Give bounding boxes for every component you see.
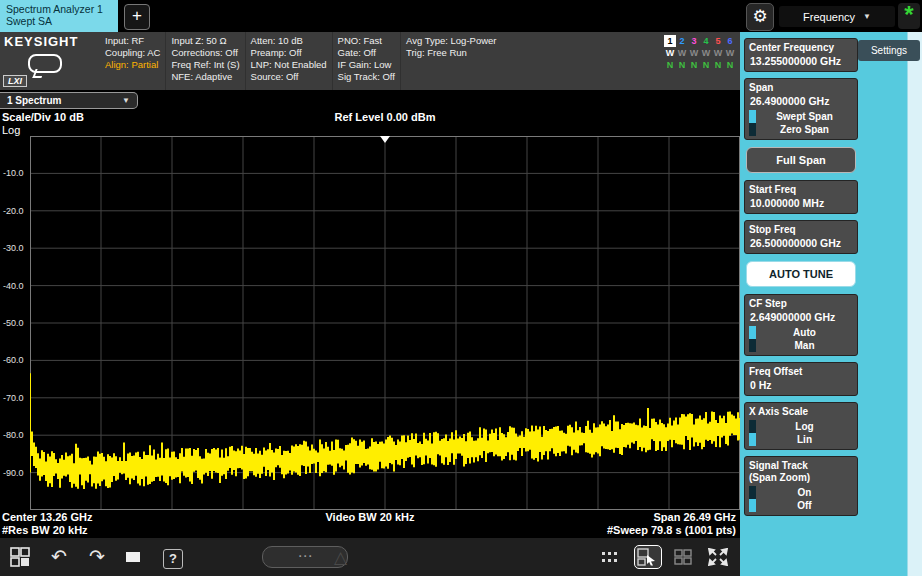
brand-block: KEYSIGHT LXI (0, 32, 100, 90)
menu-item-center-frequency-label: Center Frequency (749, 42, 853, 54)
y-axis-tick-label: -90.0 (3, 468, 24, 478)
trace-detector-indicator: N (676, 59, 688, 71)
y-axis-labels: -10.0-20.0-30.0-40.0-50.0-60.0-70.0-80.0… (0, 136, 29, 510)
measurement-status-bar: KEYSIGHT LXI Input: RFCoupling: ACAlign:… (0, 32, 740, 90)
status-text: Source: Off (251, 71, 327, 83)
menu-item-list: Center Frequency13.255000000 GHzSpan26.4… (744, 38, 858, 516)
system-asterisk-icon[interactable]: * (898, 3, 920, 29)
menu-item-freq-offset-label: Freq Offset (749, 366, 853, 378)
menu-item-cf-step-toggle-handle (749, 326, 756, 339)
add-tab-button[interactable]: + (124, 4, 150, 30)
help-icon[interactable]: ? (162, 546, 184, 569)
menu-item-signal-track-span-zoom[interactable]: Signal Track (Span Zoom)OnOff (744, 456, 858, 516)
trace-2-selector[interactable]: 2 (676, 35, 688, 47)
menu-item-span-option-swept-span[interactable]: Swept Span (756, 110, 853, 123)
status-text: Preamp: Off (251, 47, 327, 59)
menu-item-cf-step-toggle: AutoMan (749, 326, 853, 352)
trace-detector-indicator: N (724, 59, 736, 71)
windows-icon[interactable] (10, 547, 32, 567)
menu-item-center-frequency[interactable]: Center Frequency13.255000000 GHz (744, 38, 858, 72)
status-text: Corrections: Off (171, 47, 239, 59)
menu-item-center-frequency-value: 13.255000000 GHz (749, 54, 853, 68)
menu-item-signal-track-span-zoom-toggle-track[interactable] (749, 486, 756, 512)
trace-6-selector[interactable]: 6 (724, 35, 736, 47)
menu-item-start-freq[interactable]: Start Freq10.000000 MHz (744, 180, 858, 214)
screenshot-icon[interactable] (124, 549, 146, 565)
window-select-icon[interactable] (634, 545, 662, 569)
trace-3-selector[interactable]: 3 (688, 35, 700, 47)
status-text: Sig Track: Off (338, 71, 395, 83)
menu-item-cf-step-toggle-options: AutoMan (756, 326, 853, 352)
trace-selector-dropdown[interactable]: 1 Spectrum ▼ (0, 92, 138, 109)
menu-scrollbar[interactable] (907, 32, 922, 576)
menu-dropdown-label: Frequency (803, 11, 855, 23)
trace-type-indicator: W (664, 47, 676, 59)
fullscreen-icon[interactable] (708, 548, 730, 566)
menu-item-x-axis-scale-toggle-handle (749, 433, 756, 446)
menu-item-cf-step-value: 2.649000000 GHz (749, 310, 853, 324)
status-text: IF Gain: Low (338, 59, 395, 71)
tab-settings[interactable]: Settings (858, 40, 920, 61)
undo-icon[interactable]: ↶ (48, 546, 70, 568)
menu-item-signal-track-span-zoom-option-on[interactable]: On (756, 486, 853, 499)
menu-item-cf-step-label: CF Step (749, 298, 853, 310)
menu-item-signal-track-span-zoom-label: Signal Track (Span Zoom) (749, 460, 853, 484)
brand-logo: KEYSIGHT (0, 32, 100, 51)
redo-icon[interactable]: ↷ (86, 546, 108, 568)
auto-tune-button[interactable]: AUTO TUNE (746, 261, 856, 287)
menu-item-stop-freq-label: Stop Freq (749, 224, 853, 236)
trace-type-indicator: W (724, 47, 736, 59)
trace-1-selector[interactable]: 1 (664, 35, 676, 47)
app-tab-spectrum-analyzer[interactable]: Spectrum Analyzer 1 Swept SA (0, 0, 118, 32)
menu-dropdown[interactable]: Frequency ▼ (779, 6, 895, 27)
menu-item-cf-step-option-man[interactable]: Man (756, 339, 853, 352)
menu-item-cf-step[interactable]: CF Step2.649000000 GHzAutoMan (744, 294, 858, 356)
trace-4-selector[interactable]: 4 (700, 35, 712, 47)
marker-table-icon[interactable] (600, 549, 622, 565)
menu-item-freq-offset[interactable]: Freq Offset0 Hz (744, 362, 858, 396)
header-column-5: Avg Type: Log-PowerTrig: Free Run (400, 32, 501, 90)
y-axis-tick-label: -40.0 (3, 281, 24, 291)
trace-type-indicator: W (712, 47, 724, 59)
menu-item-cf-step-toggle-track[interactable] (749, 326, 756, 352)
menu-item-stop-freq[interactable]: Stop Freq26.500000000 GHz (744, 220, 858, 254)
trace-detector-indicator: N (712, 59, 724, 71)
status-columns: Input: RFCoupling: ACAlign: PartialInput… (100, 32, 740, 90)
menu-item-span-toggle-track[interactable] (749, 110, 756, 136)
layout-grid-icon[interactable] (674, 549, 696, 565)
y-axis-tick-label: -80.0 (3, 430, 24, 440)
log-scale-label: Log (2, 124, 20, 136)
trace-type-indicator: W (700, 47, 712, 59)
menu-item-start-freq-value: 10.000000 MHz (749, 196, 853, 210)
header-column-2: Input Z: 50 ΩCorrections: OffFreq Ref: I… (165, 32, 244, 90)
trace-detector-indicator: N (700, 59, 712, 71)
status-text: Gate: Off (338, 47, 395, 59)
span-annotation: Span 26.49 GHz (653, 511, 736, 523)
status-text: Coupling: AC (105, 47, 160, 59)
status-text: Trig: Free Run (406, 47, 496, 59)
chevron-down-icon: ▼ (863, 12, 871, 21)
trace-type-indicator: W (688, 47, 700, 59)
status-text: LNP: Not Enabled (251, 59, 327, 71)
full-span-button[interactable]: Full Span (746, 147, 856, 173)
toolbar-right-group (600, 545, 730, 569)
gear-icon[interactable]: ⚙ (746, 3, 774, 31)
res-bw-annotation: #Res BW 20 kHz (2, 524, 88, 536)
menu-item-x-axis-scale[interactable]: X Axis ScaleLogLin (744, 402, 858, 450)
status-text: Atten: 10 dB (251, 35, 327, 47)
sweep-annotation: #Sweep 79.8 s (1001 pts) (607, 524, 736, 536)
menu-item-signal-track-span-zoom-option-off[interactable]: Off (756, 499, 853, 512)
menu-item-x-axis-scale-option-lin[interactable]: Lin (756, 433, 853, 446)
menu-item-x-axis-scale-toggle-track[interactable] (749, 420, 756, 446)
menu-item-x-axis-scale-label: X Axis Scale (749, 406, 853, 418)
trace-5-selector[interactable]: 5 (712, 35, 724, 47)
menu-item-span[interactable]: Span26.4900000 GHzSwept SpanZero Span (744, 78, 858, 140)
menu-item-x-axis-scale-option-log[interactable]: Log (756, 420, 853, 433)
spectrum-plot[interactable] (30, 136, 740, 510)
y-axis-tick-label: -10.0 (3, 168, 24, 178)
menu-item-span-toggle: Swept SpanZero Span (749, 110, 853, 136)
menu-item-span-option-zero-span[interactable]: Zero Span (756, 123, 853, 136)
chevron-down-icon: ▼ (122, 96, 130, 105)
menu-item-cf-step-option-auto[interactable]: Auto (756, 326, 853, 339)
menu-item-x-axis-scale-toggle: LogLin (749, 420, 853, 446)
